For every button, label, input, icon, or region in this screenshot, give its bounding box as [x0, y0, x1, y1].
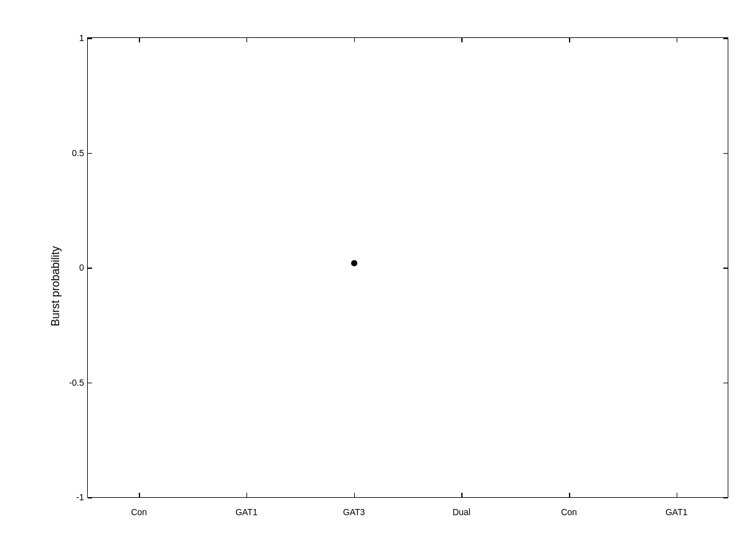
- y-tick-label: 0.5: [72, 148, 84, 158]
- x-tick-bottom: [569, 493, 570, 497]
- y-tick-label: -1: [77, 492, 84, 502]
- y-tick-right: [723, 38, 728, 39]
- y-tick-label: -0.5: [69, 378, 84, 388]
- x-tick-label: GAT1: [235, 507, 258, 517]
- plot-area: 10.50-0.5-1ConGAT1GAT3DualConGAT1: [87, 37, 728, 498]
- y-tick-right: [723, 383, 728, 384]
- x-tick-bottom: [139, 493, 140, 497]
- y-tick-left: [88, 497, 92, 498]
- y-tick-left: [88, 153, 92, 154]
- chart-wrapper: Burst probability 10.50-0.5-1ConGAT1GAT3…: [50, 31, 735, 541]
- x-tick-label: GAT3: [343, 507, 365, 517]
- x-tick-top: [354, 38, 355, 42]
- y-tick-right: [723, 497, 728, 498]
- x-tick-top: [247, 38, 248, 42]
- x-tick-label: Con: [131, 507, 147, 517]
- x-tick-top: [677, 38, 678, 42]
- x-tick-top: [139, 38, 140, 42]
- y-tick-right: [723, 268, 728, 269]
- chart-container: Burst probability 10.50-0.5-1ConGAT1GAT3…: [0, 0, 747, 560]
- x-tick-bottom: [461, 493, 463, 497]
- y-tick-left: [88, 38, 92, 39]
- y-tick-left: [88, 383, 92, 384]
- x-tick-top: [461, 38, 463, 42]
- x-tick-label: Dual: [453, 507, 471, 517]
- y-tick-right: [723, 153, 728, 154]
- x-tick-label: Con: [561, 507, 577, 517]
- y-tick-left: [88, 268, 92, 269]
- y-axis-label: Burst probability: [49, 246, 62, 326]
- data-point: [351, 260, 357, 266]
- x-tick-bottom: [677, 493, 678, 497]
- y-tick-label: 1: [79, 33, 84, 43]
- y-tick-label: 0: [79, 263, 84, 273]
- x-tick-bottom: [354, 493, 355, 497]
- x-tick-bottom: [247, 493, 248, 497]
- x-tick-top: [569, 38, 570, 42]
- x-tick-label: GAT1: [665, 507, 688, 517]
